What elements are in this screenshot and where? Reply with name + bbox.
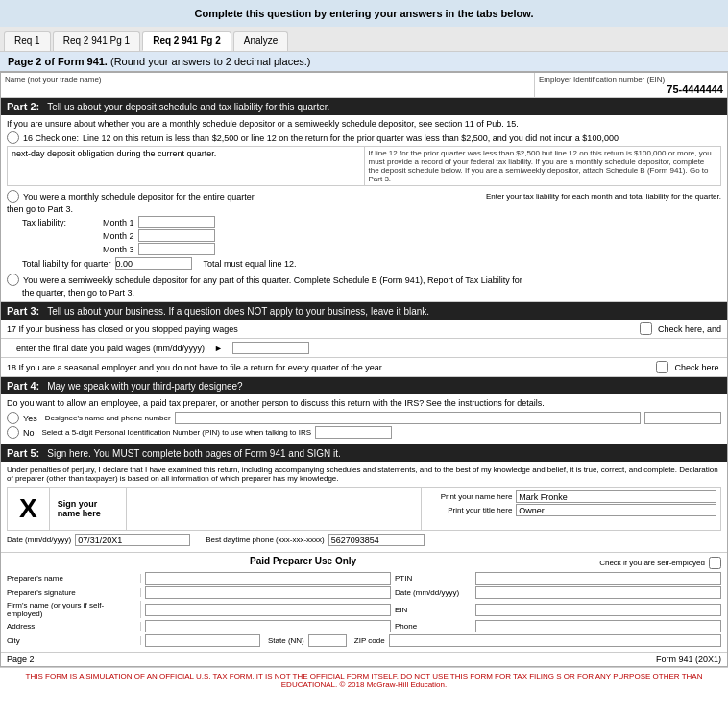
part3-line18: 18 If you are a seasonal employer and yo… xyxy=(1,358,727,377)
sign-right: Print your name here Print your title he… xyxy=(422,488,720,530)
part4-content: Do you want to allow an employee, a paid… xyxy=(1,394,727,444)
radio-yes[interactable] xyxy=(7,412,19,424)
preparer-phone-input[interactable] xyxy=(475,620,721,632)
part4-header: Part 4: May we speak with your third-par… xyxy=(1,377,727,394)
preparer-name-input[interactable] xyxy=(145,572,391,585)
footer-disclaimer: THIS FORM IS A SIMULATION OF AN OFFICIAL… xyxy=(0,667,728,693)
page-header: Page 2 of Form 941. (Round your answers … xyxy=(0,52,728,72)
x-box: X xyxy=(8,488,50,530)
tab-req1[interactable]: Req 1 xyxy=(4,31,51,51)
part5-header: Part 5: Sign here. You MUST complete bot… xyxy=(1,444,727,462)
sign-row: X Sign your name here Print your name he… xyxy=(7,487,721,531)
tab-req2-pg2[interactable]: Req 2 941 Pg 2 xyxy=(142,31,231,51)
radio-option-c[interactable] xyxy=(7,274,19,286)
preparer-sig-input[interactable] xyxy=(145,586,391,599)
state-input[interactable] xyxy=(308,634,347,647)
firm-ein-input[interactable] xyxy=(475,604,721,616)
month1-input[interactable] xyxy=(138,216,215,228)
top-instruction: Complete this question by entering your … xyxy=(0,0,728,27)
part3-line17-date: enter the final date you paid wages (mm/… xyxy=(1,339,727,358)
radio-option-a[interactable] xyxy=(7,131,19,144)
self-employed-check: Check if you are self-employed xyxy=(599,557,721,569)
sign-date-input[interactable] xyxy=(75,534,190,546)
part2-content: If you are unsure about whether you are … xyxy=(1,115,727,302)
designee-phone-input[interactable] xyxy=(644,412,721,424)
sign-section: Under penalties of perjury, I declare th… xyxy=(1,462,727,552)
part3-header: Part 3: Tell us about your business. If … xyxy=(1,302,727,320)
tab-analyze[interactable]: Analyze xyxy=(233,31,289,51)
line17-checkbox[interactable] xyxy=(640,322,652,335)
address-input[interactable] xyxy=(145,620,391,632)
ein-cell: Employer Identification number (EIN) 75-… xyxy=(535,73,727,97)
tab-req2-pg1[interactable]: Req 2 941 Pg 1 xyxy=(53,31,141,51)
zip-input[interactable] xyxy=(389,634,721,647)
designee-name-input[interactable] xyxy=(175,412,641,424)
month3-input[interactable] xyxy=(138,243,215,255)
self-employed-checkbox[interactable] xyxy=(709,557,721,569)
part2-header: Part 2: Tell us about your deposit sched… xyxy=(1,98,727,115)
sign-here-box: Sign your name here xyxy=(50,488,127,530)
radio-option-b[interactable] xyxy=(7,190,19,203)
sign-input-area xyxy=(127,488,423,530)
radio-no[interactable] xyxy=(7,426,19,439)
month2-input[interactable] xyxy=(138,229,215,242)
name-ein-row: Name (not your trade name) Employer Iden… xyxy=(1,73,727,98)
signature-input[interactable] xyxy=(129,489,420,528)
print-name-input[interactable] xyxy=(516,490,716,503)
tabs-bar: Req 1 Req 2 941 Pg 1 Req 2 941 Pg 2 Anal… xyxy=(0,27,728,52)
form-container: Name (not your trade name) Employer Iden… xyxy=(0,72,728,667)
line18-checkbox[interactable] xyxy=(656,361,668,373)
total-input[interactable] xyxy=(115,257,192,270)
sign-phone-input[interactable] xyxy=(328,534,425,546)
firm-name-input[interactable] xyxy=(145,604,391,616)
pin-input[interactable] xyxy=(315,426,392,439)
final-date-input[interactable] xyxy=(232,342,309,354)
print-title-input[interactable] xyxy=(516,504,716,516)
preparer-section: Paid Preparer Use Only Check if you are … xyxy=(1,552,727,652)
preparer-date-input[interactable] xyxy=(475,586,721,599)
part3-line17: 17 If your business has closed or you st… xyxy=(1,320,727,339)
city-input[interactable] xyxy=(145,634,260,647)
ptin-input[interactable] xyxy=(475,572,721,585)
bottom-row: Page 2 Form 941 (20X1) xyxy=(1,652,727,666)
preparer-title: Paid Preparer Use Only xyxy=(7,556,599,566)
name-cell: Name (not your trade name) xyxy=(1,73,535,97)
